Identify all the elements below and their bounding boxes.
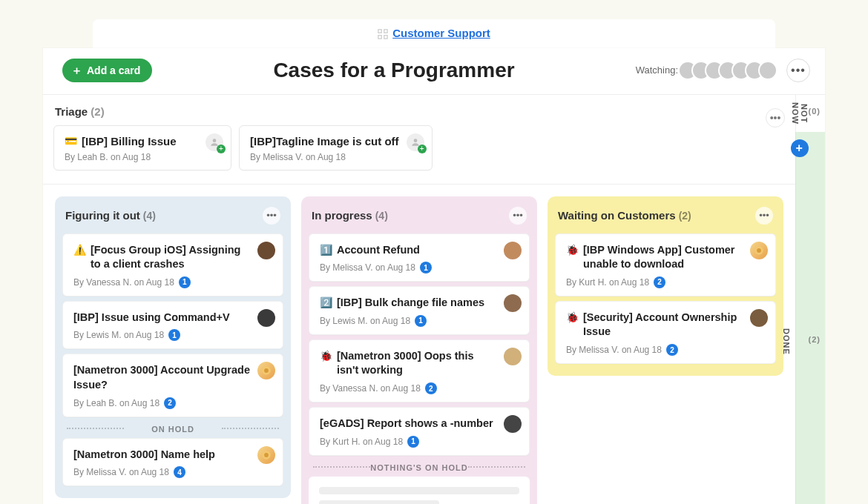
on-hold-divider: NOTHING'S ON HOLD bbox=[309, 456, 530, 477]
board-title: Cases for a Programmer bbox=[152, 59, 635, 82]
card[interactable]: 🐞[Nametron 3000] Oops this isn't working… bbox=[309, 339, 530, 402]
column-in-progress: In progress (4) ••• 1️⃣Account RefundBy … bbox=[301, 196, 537, 504]
breadcrumb-link[interactable]: Customer Support bbox=[392, 27, 490, 39]
card[interactable]: 🐞[Security] Account Ownership IssueBy Me… bbox=[555, 301, 776, 364]
svg-point-9 bbox=[264, 453, 269, 457]
card[interactable]: [IBP] Issue using Command+VBy Lewis M. o… bbox=[62, 301, 283, 350]
card[interactable]: 💳[IBP] Billing IssueBy Leah B. on Aug 18 bbox=[53, 125, 231, 170]
svg-point-4 bbox=[213, 139, 217, 142]
comment-count-badge: 2 bbox=[164, 397, 176, 409]
card-avatar[interactable] bbox=[206, 133, 223, 151]
column-more-button[interactable]: ••• bbox=[509, 207, 527, 225]
rail-label: NOT NOW bbox=[791, 102, 809, 125]
column-more-button[interactable]: ••• bbox=[755, 207, 773, 225]
card-byline: By Leah B. on Aug 18 bbox=[73, 398, 160, 408]
card-byline: By Kurt H. on Aug 18 bbox=[566, 277, 649, 288]
side-rails: (0) NOT NOW (2) + DONE bbox=[795, 95, 825, 504]
card-avatar[interactable] bbox=[257, 242, 275, 259]
card-byline: By Melissa V. on Aug 18 bbox=[250, 152, 346, 162]
card-emoji-icon: 1️⃣ bbox=[320, 243, 332, 257]
column-waiting-on-customers: Waiting on Customers (2) ••• 🐞[IBP Windo… bbox=[548, 196, 783, 376]
board-header: ＋ Add a card Cases for a Programmer Watc… bbox=[43, 48, 825, 95]
card-title-text: [IBP] Issue using Command+V bbox=[73, 311, 230, 325]
watching-label: Watching: bbox=[636, 64, 678, 76]
board-more-button[interactable]: ••• bbox=[786, 59, 810, 82]
card[interactable]: 🐞[IBP Windows App] Customer unable to do… bbox=[555, 233, 776, 296]
card-title-text: [IBP] Bulk change file names bbox=[337, 296, 484, 311]
card[interactable]: [IBP]Tagline Image is cut offBy Melissa … bbox=[239, 125, 433, 170]
rail-label: DONE bbox=[782, 328, 791, 355]
card-meta: By Vanessa N. on Aug 182 bbox=[320, 382, 519, 394]
card-title-text: [IBP]Tagline Image is cut off bbox=[250, 135, 399, 147]
card-emoji-icon: 🐞 bbox=[320, 349, 332, 363]
card-avatar[interactable] bbox=[504, 242, 522, 259]
rail-done[interactable]: (2) + DONE bbox=[795, 132, 825, 504]
card-meta: By Kurt H. on Aug 181 bbox=[320, 436, 519, 448]
card-title: [Nametron 3000] Account Upgrade Issue? bbox=[73, 363, 272, 392]
card-title: 🐞[Nametron 3000] Oops this isn't working bbox=[320, 349, 519, 378]
svg-rect-2 bbox=[378, 36, 381, 39]
card-title-text: [Security] Account Ownership Issue bbox=[583, 311, 743, 339]
triage-title-text: Triage bbox=[55, 105, 88, 118]
add-card-button[interactable]: ＋ Add a card bbox=[62, 59, 152, 82]
card-meta: By Lewis M. on Aug 181 bbox=[73, 329, 272, 341]
add-to-done-button[interactable]: + bbox=[791, 139, 809, 157]
card[interactable]: [Nametron 3000] Name helpBy Melissa V. o… bbox=[62, 438, 283, 487]
svg-point-11 bbox=[757, 248, 761, 253]
card[interactable]: 1️⃣Account RefundBy Melissa V. on Aug 18… bbox=[309, 233, 530, 282]
watcher-avatars[interactable] bbox=[684, 61, 777, 80]
card-title: 🐞[Security] Account Ownership Issue bbox=[566, 311, 765, 339]
plus-icon: ＋ bbox=[71, 64, 82, 76]
card[interactable]: 2️⃣[IBP] Bulk change file namesBy Lewis … bbox=[309, 286, 530, 335]
column-title: Figuring it out bbox=[65, 209, 140, 222]
comment-count-badge: 2 bbox=[654, 276, 665, 288]
card-avatar[interactable] bbox=[257, 362, 275, 379]
card-meta: By Melissa V. on Aug 18 bbox=[250, 152, 421, 162]
card-title: [IBP] Issue using Command+V bbox=[73, 311, 272, 325]
card-title-text: Account Refund bbox=[337, 243, 420, 258]
card-meta: By Melissa V. on Aug 181 bbox=[320, 262, 519, 273]
column-more-button[interactable]: ••• bbox=[263, 207, 280, 225]
card-title: ⚠️[Focus Group iOS] Assigning to a clien… bbox=[73, 243, 272, 272]
card-byline: By Lewis M. on Aug 18 bbox=[320, 316, 410, 326]
comment-count-badge: 1 bbox=[420, 262, 432, 273]
card-avatar[interactable] bbox=[257, 309, 275, 327]
card[interactable]: ⚠️[Focus Group iOS] Assigning to a clien… bbox=[62, 233, 283, 296]
card-title: [Nametron 3000] Name help bbox=[73, 448, 272, 462]
card[interactable]: [eGADS] Report shows a -numberBy Kurt H.… bbox=[309, 407, 530, 456]
card-emoji-icon: 🐞 bbox=[566, 243, 579, 257]
comment-count-badge: 1 bbox=[168, 329, 180, 341]
column-count: (4) bbox=[143, 210, 156, 222]
card-byline: By Vanessa N. on Aug 18 bbox=[73, 277, 174, 288]
card-meta: By Leah B. on Aug 18 bbox=[65, 152, 220, 162]
card-emoji-icon: ⚠️ bbox=[73, 243, 86, 257]
avatar[interactable] bbox=[758, 61, 777, 80]
card-byline: By Melissa V. on Aug 18 bbox=[320, 262, 415, 273]
grid-icon bbox=[378, 29, 388, 42]
column-figuring-it-out: Figuring it out (4) ••• ⚠️[Focus Group i… bbox=[55, 196, 291, 498]
svg-rect-3 bbox=[384, 36, 387, 39]
card-avatar[interactable] bbox=[407, 133, 424, 151]
card-avatar[interactable] bbox=[504, 415, 522, 433]
card-title-text: [IBP] Billing Issue bbox=[82, 135, 177, 147]
triage-more-button[interactable]: ••• bbox=[766, 108, 785, 127]
card-avatar[interactable] bbox=[750, 309, 768, 327]
card-avatar[interactable] bbox=[750, 242, 768, 259]
add-card-label: Add a card bbox=[87, 64, 140, 76]
triage-count: (2) bbox=[91, 105, 104, 118]
card-avatar[interactable] bbox=[504, 348, 522, 365]
card-avatar[interactable] bbox=[257, 446, 275, 464]
column-title: In progress bbox=[312, 209, 372, 222]
card-meta: By Leah B. on Aug 182 bbox=[73, 397, 272, 409]
card-byline: By Vanessa N. on Aug 18 bbox=[320, 383, 421, 394]
card-byline: By Melissa V. on Aug 18 bbox=[566, 345, 662, 355]
card-emoji-icon: 💳 bbox=[65, 135, 77, 147]
card[interactable]: [Nametron 3000] Account Upgrade Issue?By… bbox=[62, 354, 283, 417]
card-title: 💳[IBP] Billing Issue bbox=[65, 135, 220, 147]
svg-point-5 bbox=[413, 139, 417, 142]
card-title: 1️⃣Account Refund bbox=[320, 243, 519, 258]
rail-not-now[interactable]: (0) NOT NOW bbox=[795, 95, 825, 132]
svg-point-7 bbox=[264, 369, 269, 374]
card-avatar[interactable] bbox=[504, 294, 522, 312]
card-title-text: [Focus Group iOS] Assigning to a client … bbox=[91, 243, 250, 272]
